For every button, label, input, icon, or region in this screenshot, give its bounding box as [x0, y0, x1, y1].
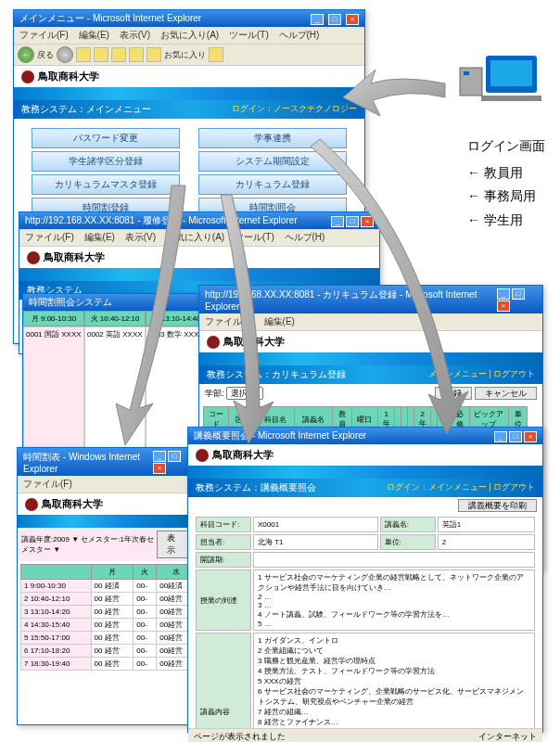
schedule-table: 月火水 1 9:00-10:3000 経済00-00経済2 10:40-12:1… — [20, 564, 197, 671]
menu-fav[interactable]: お気に入り(A) — [166, 232, 224, 242]
maximize-icon[interactable]: □ — [346, 216, 359, 227]
cell: 7 18:30-19:40 — [21, 658, 92, 671]
system-header-text: 教務システム：カリキュラム登録 — [207, 368, 346, 381]
window-title: http://192.168.XX.XX:8081 - カリキュラム登録 - M… — [205, 288, 495, 312]
search-icon[interactable] — [129, 47, 144, 62]
titlebar[interactable]: http://192.168.XX.XX:8081 - 履修登録 - Micro… — [19, 212, 379, 229]
maximize-icon[interactable]: □ — [168, 451, 181, 462]
favorites-icon[interactable] — [146, 47, 161, 62]
dept-select[interactable]: 選択 — [226, 387, 263, 400]
aim-label: 授業の到達 — [196, 569, 251, 631]
cell: 00- — [134, 580, 157, 593]
menu-curriculum-master[interactable]: カリキュラムマスタ登録 — [32, 174, 180, 195]
lecture-detail-table: 科目コード: X0001 講義名: 英語1 担当者: 北海 T1 単位: 2 開… — [194, 515, 537, 728]
close-icon[interactable]: × — [361, 216, 374, 227]
close-icon[interactable]: × — [497, 301, 510, 312]
titlebar[interactable]: http://192.168.XX.XX:8081 - カリキュラム登録 - M… — [199, 286, 542, 313]
history-icon[interactable] — [209, 47, 223, 62]
col: 火 — [134, 565, 157, 580]
system-header-text: 教務システム：メインメニュー — [21, 103, 151, 116]
stop-icon[interactable] — [76, 47, 91, 62]
cal-cell[interactable]: 0001 国語 XXXX — [23, 326, 84, 456]
maximize-icon[interactable]: □ — [512, 288, 525, 300]
window-title: http://192.168.XX.XX:8081 - 履修登録 - Micro… — [25, 214, 297, 227]
window-controls: _ □ × — [309, 13, 359, 25]
menubar: ファイル(F) 編集(E) 表示(V) お気に入り(A) ツール(T) ヘルプ(… — [14, 27, 364, 45]
maximize-icon[interactable]: □ — [328, 14, 341, 25]
cell: 00- — [134, 632, 157, 645]
menu-affairs-link[interactable]: 学事連携 — [198, 128, 347, 148]
titlebar[interactable]: 講義概要照会 - Microsoft Internet Explorer _□× — [188, 428, 542, 444]
close-icon[interactable]: × — [153, 463, 166, 474]
menu-view[interactable]: 表示(V) — [120, 30, 150, 40]
menu-tools[interactable]: ツール(T) — [229, 30, 269, 40]
menu-help[interactable]: ヘルプ(H) — [279, 30, 320, 40]
cell: 00 経済 — [91, 580, 134, 593]
filter-text: 講義年度:2009 ▼ セメスター:1年次春セメスター ▼ — [21, 534, 154, 555]
menu-student-division[interactable]: 学生諸学区分登録 — [32, 151, 180, 172]
titlebar[interactable]: 時間割表 - Windows Internet Explorer _□× — [18, 448, 194, 476]
home-icon[interactable] — [111, 47, 126, 62]
menu-help[interactable]: ヘルプ(H) — [285, 232, 325, 242]
close-icon[interactable]: × — [346, 14, 359, 25]
cell: 00 経営 — [91, 606, 134, 619]
cell: 5 15:50-17:00 — [21, 632, 92, 645]
minimize-icon[interactable]: _ — [497, 288, 510, 300]
brand-text: 鳥取商科大学 — [42, 497, 103, 511]
subject-label: 講義名: — [380, 517, 436, 532]
minimize-icon[interactable]: _ — [331, 216, 344, 227]
content-value: 1 ガイダンス、イントロ 2 企業組織について 3 職務と観光産業、経営学の現時… — [253, 633, 535, 728]
system-header: 教務システム：メインメニュー ログイン：ノースクテクノロジー — [14, 100, 364, 119]
header-links[interactable]: メインメニュー | ログアウト — [428, 368, 535, 381]
aim-value: 1 サービス社会のマーケティング企業の経営戦略として、ネットワーク企業のアクショ… — [253, 569, 535, 631]
show-button[interactable]: 表示 — [157, 531, 190, 558]
menu-view[interactable]: 表示(V) — [125, 232, 156, 242]
back-label: 戻る — [37, 49, 54, 61]
back-button[interactable]: ← — [18, 46, 34, 63]
cancel-button[interactable]: キャンセル — [475, 387, 537, 400]
maximize-icon[interactable]: □ — [509, 431, 522, 442]
menu-file[interactable]: ファイル(F) — [25, 232, 74, 242]
cal-cell[interactable]: 0002 英語 XXXX — [84, 326, 146, 456]
menu-edit[interactable]: 編集(E) — [84, 232, 115, 242]
menu-password-change[interactable]: パスワード変更 — [32, 128, 180, 148]
minimize-icon[interactable]: _ — [153, 451, 166, 462]
cell: 00- — [134, 593, 157, 606]
register-button[interactable]: 登録 — [435, 387, 472, 400]
menu-file[interactable]: ファイル(F) — [23, 479, 72, 489]
menu-edit[interactable]: 編集(E) — [264, 316, 295, 326]
titlebar[interactable]: 時間割照会システム — [23, 294, 207, 311]
cell: 00 経営 — [91, 658, 134, 671]
dept-label: 学部: — [205, 389, 224, 398]
close-icon[interactable]: × — [524, 431, 537, 442]
login-title: ログイン画面 — [467, 134, 545, 158]
login-row-teacher: ← 教員用 — [467, 161, 545, 185]
minimize-icon[interactable]: _ — [311, 14, 324, 25]
menu-system-period[interactable]: システム期間設定 — [198, 151, 347, 172]
header-links[interactable]: ログイン：メインメニュー | ログアウト — [387, 481, 535, 494]
refresh-icon[interactable] — [94, 47, 108, 62]
menu-tools[interactable]: ツール(T) — [235, 232, 274, 242]
menubar: ファイル(F) 編集(E) — [199, 313, 542, 331]
credit-label: 単位: — [380, 534, 436, 550]
brand-logo: 鳥取商科大学 — [14, 66, 364, 87]
print-button[interactable]: 講義概要を印刷 — [458, 499, 537, 512]
svg-rect-3 — [460, 68, 482, 96]
svg-rect-2 — [481, 96, 541, 101]
table-row: 2 10:40-12:1000 経営00-00経営 — [21, 593, 197, 606]
menu-fav[interactable]: お気に入り(A) — [160, 30, 219, 40]
subject-value: 英語1 — [438, 517, 535, 532]
banner-bar — [14, 87, 364, 100]
col: 月 — [91, 565, 134, 580]
minimize-icon[interactable]: _ — [494, 431, 507, 442]
menu-file[interactable]: ファイル(F) — [19, 30, 69, 40]
titlebar[interactable]: メインメニュー - Microsoft Internet Explorer _ … — [14, 10, 364, 27]
table-row: 4 14:30-15:4000 経営00-00経営 — [21, 619, 197, 632]
cell: 00 経営 — [91, 619, 134, 632]
menu-edit[interactable]: 編集(E) — [79, 30, 109, 40]
forward-button[interactable]: → — [57, 46, 73, 63]
brand-logo: 鳥取商科大学 — [188, 444, 542, 466]
calendar-body: 0001 国語 XXXX 0002 英語 XXXX 0003 数学 XXXX — [23, 326, 207, 456]
menu-curriculum-reg[interactable]: カリキュラム登録 — [198, 174, 347, 195]
menu-file[interactable]: ファイル(F) — [205, 316, 254, 326]
